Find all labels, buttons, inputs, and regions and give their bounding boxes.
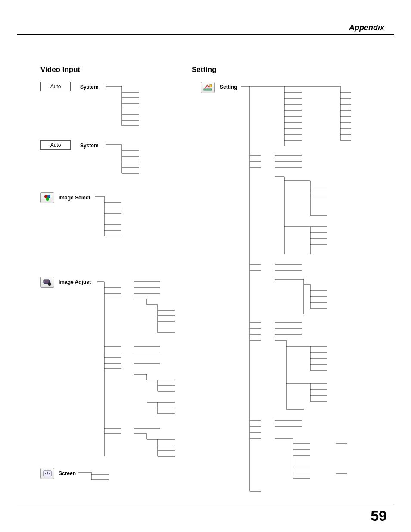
header-rule bbox=[17, 34, 394, 35]
label-system-1: System bbox=[80, 84, 99, 90]
svg-point-78 bbox=[45, 473, 46, 474]
page-number: 59 bbox=[371, 507, 387, 524]
page-header-title: Appendix bbox=[349, 23, 384, 32]
section-title-video-input: Video Input bbox=[40, 65, 80, 74]
svg-point-28 bbox=[48, 282, 51, 286]
tree-system-1 bbox=[106, 82, 144, 129]
section-title-setting: Setting bbox=[192, 65, 217, 74]
tree-image-select bbox=[95, 192, 134, 244]
auto-box-2: Auto bbox=[40, 140, 71, 150]
tree-screen bbox=[78, 468, 117, 485]
label-screen: Screen bbox=[59, 470, 76, 476]
svg-rect-85 bbox=[204, 89, 212, 90]
tree-setting bbox=[241, 82, 353, 495]
svg-point-77 bbox=[47, 472, 48, 473]
label-system-2: System bbox=[80, 143, 99, 149]
label-setting: Setting bbox=[220, 84, 237, 90]
image-select-icon bbox=[40, 192, 54, 203]
svg-point-18 bbox=[46, 197, 49, 201]
screen-icon bbox=[40, 468, 54, 479]
label-image-select: Image Select bbox=[59, 195, 90, 201]
tree-system-2 bbox=[106, 140, 144, 179]
label-image-adjust: Image Adjust bbox=[59, 279, 91, 285]
svg-point-80 bbox=[49, 473, 50, 474]
footer-rule bbox=[17, 506, 394, 506]
svg-rect-86 bbox=[210, 84, 212, 87]
image-adjust-icon bbox=[40, 277, 54, 288]
auto-box-1: Auto bbox=[40, 82, 71, 91]
svg-point-79 bbox=[47, 473, 48, 474]
setting-icon bbox=[201, 82, 215, 93]
tree-image-adjust bbox=[97, 277, 188, 463]
